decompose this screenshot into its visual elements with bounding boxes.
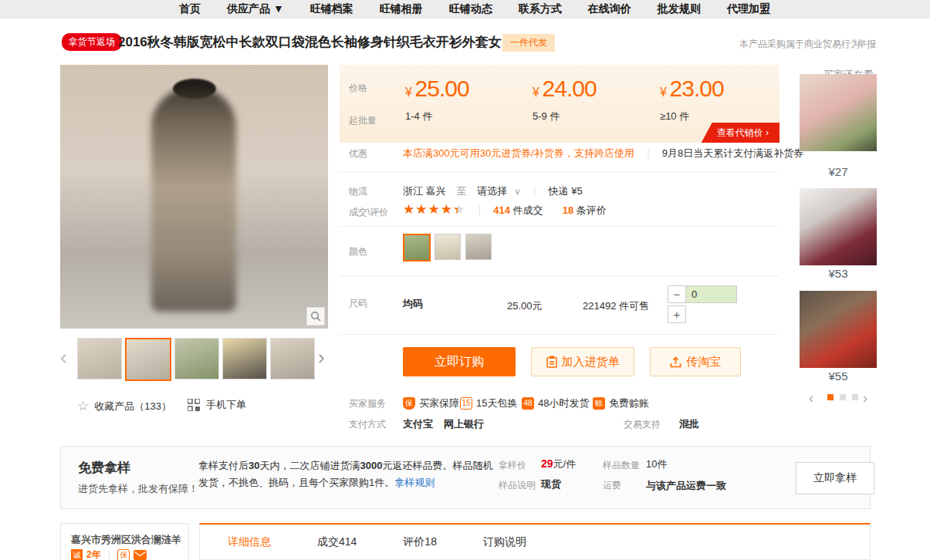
sidebar-prev-icon[interactable]: ‹ — [809, 390, 813, 407]
color-swatch-gray[interactable] — [465, 234, 492, 260]
promo-row: 本店满300元可用30元进货券/补货券，支持跨店使用 ｜ 9月8日当天累计支付满… — [403, 147, 803, 160]
page: 首页 供应产品 ▼ 旺铺档案 旺铺相册 旺铺动态 联系方式 在线询价 批发规则 … — [0, 0, 930, 560]
favorite-button[interactable]: ☆ 收藏产品（133） — [77, 398, 171, 414]
price-panel: 价格 起批量 ¥ 25.00 1-4 件 ¥ 24.00 5-9 件 ¥ 23.… — [340, 65, 780, 143]
service-label: 15天包换 — [476, 396, 517, 410]
send-to-taobao-label: 传淘宝 — [686, 355, 721, 369]
nav-item-home[interactable]: 首页 — [179, 2, 201, 16]
credit-badge-icon: 赊 — [593, 397, 605, 410]
payment-alipay[interactable]: 支付宝 — [403, 417, 433, 431]
add-to-cart-button[interactable]: 加入进货单 — [531, 347, 634, 376]
order-now-button[interactable]: 立即订购 — [403, 347, 516, 376]
color-swatch-green-selected[interactable] — [403, 234, 431, 261]
service-free-credit[interactable]: 赊 免费赊账 — [593, 396, 649, 410]
get-sample-button[interactable]: 立即拿样 — [796, 462, 874, 494]
detail-tabs: 详细信息 成交414 评价18 订购说明 — [199, 523, 871, 560]
seller-badges: 诚 2年 ｜ 保 — [71, 548, 147, 560]
payment-label: 支付方式 — [349, 418, 386, 431]
view-consign-price-button[interactable]: 查看代销价 › — [702, 123, 780, 143]
nav-item-contact[interactable]: 联系方式 — [519, 2, 562, 16]
service-label: 免费赊账 — [609, 396, 649, 410]
service-label: 48小时发货 — [538, 396, 589, 410]
nav-item-agency[interactable]: 代理加盟 — [727, 2, 770, 16]
star-rating: ★★★★★★★★★★ — [403, 203, 465, 216]
sample-rules-link[interactable]: 拿样规则 — [394, 477, 435, 488]
coupon-text[interactable]: 本店满300元可用30元进货券/补货券，支持跨店使用 — [403, 147, 634, 159]
sidebar-product-1-image[interactable] — [800, 74, 877, 151]
pagination-dot-3[interactable] — [852, 394, 858, 400]
chevron-down-icon[interactable]: ∨ — [510, 187, 521, 196]
sidebar-product-3-image[interactable] — [800, 291, 877, 368]
thumbnail-3[interactable] — [174, 338, 219, 380]
sample-qty-label: 样品数量 — [603, 459, 640, 472]
tab-deals[interactable]: 成交414 — [317, 535, 357, 549]
qty-minus-button[interactable]: − — [668, 285, 686, 303]
nav-item-inquiry[interactable]: 在线询价 — [588, 2, 631, 16]
currency-symbol: ¥ — [660, 86, 667, 99]
qr-code-icon — [188, 399, 200, 411]
favorite-label: 收藏产品（133） — [94, 400, 171, 413]
pagination-dot-2[interactable] — [840, 394, 846, 400]
sample-price: 29元/件 — [541, 457, 576, 471]
pagination-dot-1[interactable] — [827, 394, 834, 400]
payment-netbank[interactable]: 网上银行 — [444, 417, 484, 431]
service-15day-return[interactable]: 15 15天包换 — [460, 396, 517, 410]
currency-symbol: ¥ — [533, 86, 539, 99]
promo-event-badge[interactable]: 拿货节返场 — [62, 33, 122, 51]
magnifier-icon[interactable] — [306, 307, 325, 326]
desc-text: 天内，二次店铺进货满 — [259, 460, 360, 471]
sidebar-next-icon[interactable]: › — [863, 390, 867, 407]
divider — [340, 226, 780, 227]
send-to-taobao-button[interactable]: 传淘宝 — [650, 347, 741, 376]
service-guarantee[interactable]: 保 买家保障 — [403, 396, 459, 410]
qty-plus-button[interactable]: + — [668, 305, 686, 323]
tab-reviews[interactable]: 评价18 — [403, 535, 437, 549]
product-main-image[interactable] — [60, 65, 328, 329]
sidebar-product-3-price[interactable]: ¥55 — [800, 369, 877, 383]
mobile-order-button[interactable]: 手机下单 — [188, 398, 246, 412]
thumbnail-1[interactable] — [77, 338, 122, 380]
review-count[interactable]: 18 — [563, 204, 573, 216]
separator: ｜ — [468, 204, 491, 216]
dropship-badge[interactable]: 一件代发 — [502, 34, 555, 52]
service-48h-ship[interactable]: 48 48小时发货 — [522, 396, 589, 410]
sample-price-label: 拿样价 — [499, 459, 526, 472]
free-sample-panel: 免费拿样 进货先拿样，批发有保障！ 拿样支付后30天内，二次店铺进货满3000元… — [60, 446, 871, 509]
thumbs-next-icon[interactable]: › — [318, 346, 325, 369]
sample-qty-value: 10件 — [646, 457, 667, 471]
add-to-cart-label: 加入进货单 — [562, 355, 620, 369]
thumbnail-2-selected[interactable] — [125, 338, 171, 381]
tab-order-notes[interactable]: 订购说明 — [483, 535, 526, 549]
sidebar-product-2-image[interactable] — [800, 188, 877, 265]
trade-support-value: 混批 — [679, 417, 699, 431]
nav-item-album[interactable]: 旺铺相册 — [380, 2, 423, 16]
seller-card[interactable]: 嘉兴市秀洲区洪合澜涟羊... 诚 2年 ｜ 保 — [60, 523, 189, 560]
tier-qty: 1-4 件 — [405, 110, 529, 123]
tab-detail-info[interactable]: 详细信息 — [228, 535, 271, 549]
price-tier-1: ¥ 25.00 1-4 件 — [405, 76, 529, 123]
sample-description: 拿样支付后30天内，二次店铺进货满3000元返还样品费。样品随机发货，不挑色、挑… — [198, 457, 498, 491]
mobile-order-label: 手机下单 — [206, 398, 246, 412]
sidebar-product-1-price[interactable]: ¥27 — [800, 165, 877, 178]
sidebar-product-2-price[interactable]: ¥53 — [800, 267, 877, 280]
separator: ｜ — [523, 185, 546, 197]
top-nav: 首页 供应产品 ▼ 旺铺档案 旺铺相册 旺铺动态 联系方式 在线询价 批发规则 … — [179, 0, 770, 18]
color-swatch-beige[interactable] — [435, 234, 461, 260]
thumbs-prev-icon[interactable]: ‹ — [60, 346, 67, 369]
nav-item-wholesale-rules[interactable]: 批发规则 — [658, 2, 701, 16]
rating-row: ★★★★★★★★★★ ｜ 414 件成交 18 条评价 — [403, 203, 607, 218]
sample-subtitle: 进货先拿样，批发有保障！ — [78, 482, 198, 496]
deal-count[interactable]: 414 — [493, 204, 510, 216]
seller-name[interactable]: 嘉兴市秀洲区洪合澜涟羊... — [71, 533, 181, 547]
message-envelope-icon[interactable] — [134, 550, 147, 560]
thumbnail-5[interactable] — [270, 338, 315, 380]
report-link[interactable]: 举报 — [857, 38, 876, 51]
nav-item-products[interactable]: 供应产品 ▼ — [227, 2, 284, 16]
thumbnail-4[interactable] — [222, 338, 267, 380]
tier-qty: ≥10 件 — [660, 110, 783, 123]
destination-select[interactable]: 请选择 — [477, 185, 507, 197]
nav-item-updates[interactable]: 旺铺动态 — [449, 2, 492, 16]
nav-item-archive[interactable]: 旺铺档案 — [310, 2, 353, 16]
quantity-input[interactable]: 0 — [686, 285, 737, 303]
badge-48-icon: 48 — [522, 397, 534, 410]
